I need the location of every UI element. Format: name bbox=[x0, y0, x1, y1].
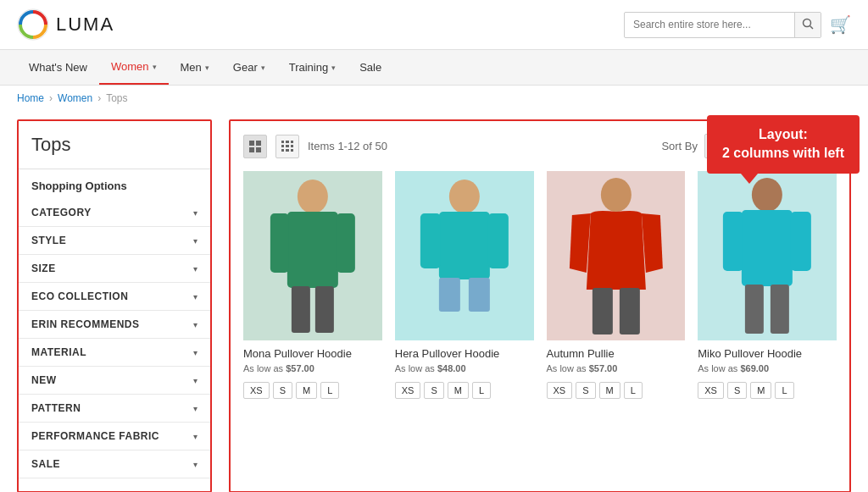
search-input[interactable] bbox=[625, 14, 794, 36]
chevron-down-icon: ▾ bbox=[193, 320, 198, 329]
size-s-button[interactable]: S bbox=[727, 382, 747, 399]
product-image bbox=[547, 171, 686, 340]
chevron-down-icon: ▾ bbox=[193, 432, 198, 441]
size-xs-button[interactable]: XS bbox=[547, 382, 573, 399]
chevron-down-icon: ▾ bbox=[193, 292, 198, 301]
svg-rect-7 bbox=[292, 286, 310, 333]
breadcrumb: Home › Women › Tops bbox=[0, 86, 868, 111]
svg-rect-4 bbox=[287, 212, 338, 288]
product-name: Miko Pullover Hoodie bbox=[698, 347, 837, 360]
main-nav: What's New Women ▾ Men ▾ Gear ▾ Training… bbox=[0, 50, 868, 86]
filter-style[interactable]: STYLE ▾ bbox=[19, 227, 210, 255]
chevron-down-icon: ▾ bbox=[193, 404, 198, 413]
svg-rect-19 bbox=[742, 210, 793, 286]
product-name: Mona Pullover Hoodie bbox=[243, 347, 382, 360]
svg-rect-8 bbox=[315, 286, 334, 333]
product-price-label: As low as $57.00 bbox=[547, 363, 686, 373]
filter-label-style: STYLE bbox=[31, 235, 66, 246]
layout-callout: Layout:2 columns with left bbox=[707, 115, 860, 174]
product-name: Hera Pullover Hoodie bbox=[395, 347, 534, 360]
filter-new[interactable]: NEW ▾ bbox=[19, 367, 210, 395]
toolbar-left: Items 1-12 of 50 bbox=[243, 135, 387, 158]
header: LUMA 🛒 bbox=[0, 0, 868, 50]
size-s-button[interactable]: S bbox=[576, 382, 595, 399]
filter-label-sale: SALE bbox=[31, 458, 60, 470]
filter-label-pattern: PATTERN bbox=[31, 402, 81, 414]
product-figure bbox=[698, 171, 837, 340]
breadcrumb-separator: › bbox=[49, 92, 53, 104]
svg-point-1 bbox=[804, 19, 811, 26]
svg-rect-13 bbox=[439, 278, 460, 312]
product-card: Hera Pullover Hoodie As low as $48.00 XS… bbox=[395, 171, 534, 399]
product-price-label: As low as $69.00 bbox=[698, 363, 837, 373]
filter-material[interactable]: MATERIAL ▾ bbox=[19, 339, 210, 367]
nav-item-sale[interactable]: Sale bbox=[348, 51, 393, 84]
svg-rect-12 bbox=[488, 213, 509, 268]
product-price: $57.00 bbox=[286, 363, 314, 373]
product-content: Layout:2 columns with left bbox=[229, 119, 851, 492]
product-price: $48.00 bbox=[437, 363, 466, 373]
size-xs-button[interactable]: XS bbox=[395, 382, 421, 399]
svg-rect-11 bbox=[420, 213, 441, 268]
nav-item-whats-new[interactable]: What's New bbox=[17, 51, 99, 84]
filter-label-category: CATEGORY bbox=[31, 207, 92, 218]
size-l-button[interactable]: L bbox=[624, 382, 643, 399]
size-m-button[interactable]: M bbox=[296, 382, 317, 399]
product-price-label: As low as $57.00 bbox=[243, 363, 382, 373]
filter-label-material: MATERIAL bbox=[31, 346, 86, 358]
size-m-button[interactable]: M bbox=[448, 382, 469, 399]
size-m-button[interactable]: M bbox=[599, 382, 620, 399]
nav-item-men[interactable]: Men ▾ bbox=[169, 51, 221, 84]
chevron-down-icon: ▾ bbox=[193, 460, 198, 469]
filter-size[interactable]: SIZE ▾ bbox=[19, 255, 210, 283]
filter-performance-fabric[interactable]: PERFORMANCE FABRIC ▾ bbox=[19, 423, 210, 451]
filter-label-erin: ERIN RECOMMENDS bbox=[31, 318, 140, 330]
filter-eco-collection[interactable]: ECO COLLECTION ▾ bbox=[19, 283, 210, 311]
chevron-down-icon: ▾ bbox=[331, 64, 336, 72]
nav-item-women[interactable]: Women ▾ bbox=[99, 50, 169, 85]
callout-text: Layout:2 columns with left bbox=[722, 127, 844, 160]
product-sizes: XS S M L bbox=[395, 382, 534, 399]
size-l-button[interactable]: L bbox=[775, 382, 793, 399]
chevron-down-icon: ▾ bbox=[193, 376, 198, 385]
filter-erin-recommends[interactable]: ERIN RECOMMENDS ▾ bbox=[19, 311, 210, 339]
size-s-button[interactable]: S bbox=[424, 382, 443, 399]
filter-sale[interactable]: SALE ▾ bbox=[19, 451, 210, 478]
svg-rect-14 bbox=[469, 278, 490, 312]
filter-pattern[interactable]: PATTERN ▾ bbox=[19, 395, 210, 423]
search-button[interactable] bbox=[794, 13, 821, 37]
svg-point-0 bbox=[18, 9, 48, 40]
product-figure bbox=[547, 171, 686, 340]
size-l-button[interactable]: L bbox=[320, 382, 339, 399]
svg-rect-6 bbox=[337, 213, 355, 273]
breadcrumb-women[interactable]: Women bbox=[58, 92, 92, 104]
svg-point-15 bbox=[600, 178, 631, 212]
size-l-button[interactable]: L bbox=[472, 382, 491, 399]
size-xs-button[interactable]: XS bbox=[243, 382, 270, 399]
size-xs-button[interactable]: XS bbox=[698, 382, 724, 399]
breadcrumb-home[interactable]: Home bbox=[17, 92, 44, 104]
nav-item-training[interactable]: Training ▾ bbox=[277, 51, 348, 84]
chevron-down-icon: ▾ bbox=[261, 64, 265, 72]
filter-category[interactable]: CATEGORY ▾ bbox=[19, 199, 210, 227]
product-card: Miko Pullover Hoodie As low as $69.00 XS… bbox=[698, 171, 837, 399]
svg-point-9 bbox=[449, 180, 480, 213]
search-bar bbox=[624, 12, 821, 38]
svg-rect-17 bbox=[619, 288, 639, 334]
product-figure bbox=[243, 171, 382, 340]
list-view-button[interactable] bbox=[275, 135, 299, 158]
nav-item-gear[interactable]: Gear ▾ bbox=[221, 51, 277, 84]
product-name: Autumn Pullie bbox=[547, 347, 686, 360]
cart-icon[interactable]: 🛒 bbox=[830, 14, 851, 35]
breadcrumb-separator: › bbox=[97, 92, 101, 104]
logo[interactable]: LUMA bbox=[17, 8, 114, 41]
product-sizes: XS S M L bbox=[547, 382, 686, 399]
chevron-down-icon: ▾ bbox=[193, 264, 198, 274]
svg-point-3 bbox=[298, 180, 328, 213]
svg-line-2 bbox=[810, 25, 814, 29]
grid-view-button[interactable] bbox=[243, 135, 267, 158]
chevron-down-icon: ▾ bbox=[205, 64, 209, 72]
product-image bbox=[243, 171, 382, 340]
size-m-button[interactable]: M bbox=[750, 382, 771, 399]
size-s-button[interactable]: S bbox=[273, 382, 292, 399]
